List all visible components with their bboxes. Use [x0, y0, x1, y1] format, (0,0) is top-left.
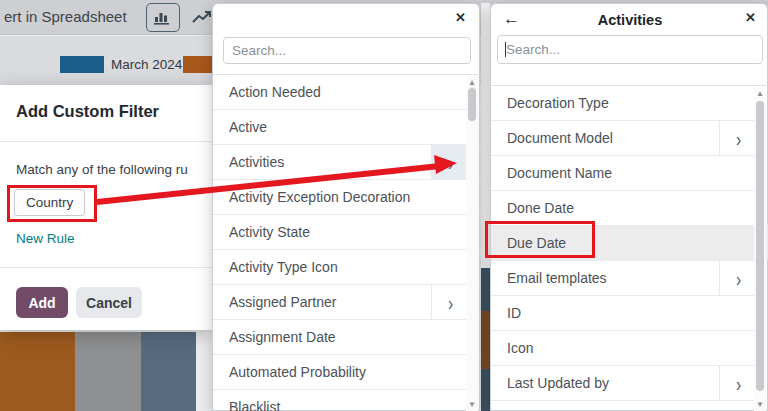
list-item[interactable]: ID — [491, 296, 768, 331]
list-item[interactable]: Decoration Type — [491, 86, 768, 121]
list-item[interactable]: Activity Type Icon — [213, 250, 481, 285]
list-item[interactable]: Activity Exception Decoration — [213, 180, 481, 215]
scroll-up-icon[interactable]: ▲ — [754, 89, 766, 98]
list-item-label: Decoration Type — [507, 95, 609, 111]
list-item[interactable]: Done Date — [491, 191, 768, 226]
list-item-label: Automated Probability — [229, 364, 366, 380]
divider — [0, 267, 212, 268]
bar-chart-icon — [154, 10, 172, 25]
list-item-label: Activity Type Icon — [229, 259, 338, 275]
field-list: Action Needed Active Activities › Activi… — [213, 74, 481, 411]
match-rules-text: Match any of the following ru — [16, 162, 212, 177]
activities-field-list: Decoration Type Document Model › Documen… — [491, 85, 768, 411]
list-item[interactable]: Blacklist — [213, 390, 481, 411]
list-item[interactable]: Assigned Partner › — [213, 285, 481, 320]
field-select-dropdown: ✕ Action Needed Active Activities › Acti… — [212, 3, 480, 411]
activities-search-input[interactable] — [497, 35, 763, 64]
panel-gap-background — [481, 3, 490, 411]
list-item-activities[interactable]: Activities › — [213, 145, 481, 180]
list-item-label: Done Date — [507, 200, 574, 216]
scrollbar[interactable]: ▲ ▼ — [466, 76, 478, 411]
new-rule-link[interactable]: New Rule — [16, 231, 75, 246]
list-item-label: Due Date — [507, 235, 566, 251]
bar-chart-view-button[interactable] — [146, 3, 180, 32]
list-item[interactable]: Icon — [491, 331, 768, 366]
list-item-label: Activity State — [229, 224, 310, 240]
list-item[interactable]: Activity State — [213, 215, 481, 250]
list-item-label: Activity Exception Decoration — [229, 189, 410, 205]
list-item[interactable]: Active — [213, 110, 481, 145]
list-item-label: Last Updated by — [507, 375, 609, 391]
list-item-label: ID — [507, 305, 521, 321]
chart-bar-slate — [141, 332, 196, 411]
list-item-label: Icon — [507, 340, 533, 356]
scroll-down-icon[interactable]: ▼ — [754, 400, 766, 409]
list-item-label: Activities — [229, 154, 284, 170]
list-item-label: Document Model — [507, 130, 613, 146]
list-item[interactable]: Document Name — [491, 156, 768, 191]
list-item[interactable]: Last Updated by › — [491, 366, 768, 401]
scrollbar-thumb[interactable] — [756, 101, 764, 391]
list-item[interactable]: Action Needed — [213, 75, 481, 110]
subpanel-title: Activities — [491, 12, 768, 28]
list-item-label: Assignment Date — [229, 329, 336, 345]
scroll-down-icon[interactable]: ▼ — [466, 400, 478, 409]
dialog-title: Add Custom Filter — [16, 102, 159, 121]
add-custom-filter-dialog: Add Custom Filter Match any of the follo… — [0, 85, 212, 330]
list-item-label: Email templates — [507, 270, 607, 286]
scrollbar-thumb[interactable] — [468, 88, 476, 121]
divider — [0, 141, 212, 142]
list-item[interactable]: Assignment Date — [213, 320, 481, 355]
close-icon[interactable]: ✕ — [745, 10, 756, 25]
cancel-button[interactable]: Cancel — [76, 287, 142, 318]
gap-bar-teal — [481, 268, 490, 311]
scrollbar[interactable]: ▲ ▼ — [754, 87, 766, 411]
close-icon[interactable]: ✕ — [455, 10, 466, 25]
list-item-label: Assigned Partner — [229, 294, 336, 310]
activities-subpanel: ← Activities ✕ Decoration Type Document … — [490, 3, 768, 411]
add-button[interactable]: Add — [16, 287, 68, 318]
list-item[interactable]: Email templates › — [491, 261, 768, 296]
country-field-chip[interactable]: Country — [14, 189, 85, 216]
gap-bar-teal2 — [481, 369, 490, 411]
list-item-due-date[interactable]: Due Date — [491, 226, 768, 261]
chart-bar-orange — [0, 332, 75, 411]
list-item-label: Active — [229, 119, 267, 135]
text-cursor — [505, 42, 506, 57]
scroll-up-icon[interactable]: ▲ — [466, 78, 478, 87]
line-chart-icon — [192, 10, 212, 25]
chevron-right-icon: › — [736, 268, 741, 289]
list-item-label: Blacklist — [229, 399, 280, 411]
list-item[interactable]: Automated Probability — [213, 355, 481, 390]
field-search-input[interactable] — [223, 37, 471, 64]
list-item-label: Action Needed — [229, 84, 321, 100]
chevron-right-icon: › — [448, 292, 453, 313]
legend-label: March 2024 — [111, 57, 182, 72]
gap-bar-brown — [481, 311, 490, 369]
chevron-right-icon: › — [736, 128, 741, 149]
list-item-label: Document Name — [507, 165, 612, 181]
insert-in-spreadsheet-button[interactable]: ert in Spreadsheet — [4, 8, 127, 25]
list-item[interactable]: Document Model › — [491, 121, 768, 156]
chevron-right-icon: › — [736, 373, 741, 394]
legend-swatch-blue — [60, 56, 104, 73]
chevron-right-icon: › — [447, 152, 452, 173]
chart-bar-gray — [75, 332, 141, 411]
